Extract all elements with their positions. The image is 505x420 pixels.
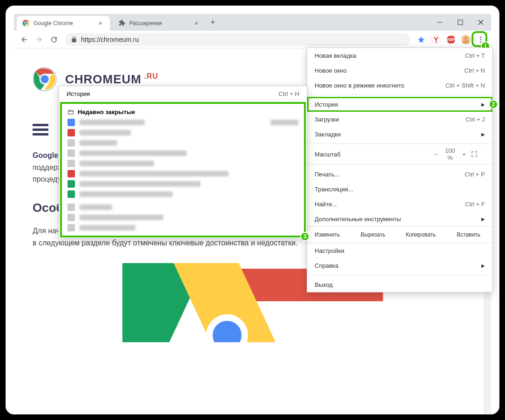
forward-button[interactable]: [33, 33, 46, 46]
zoom-in-button[interactable]: +: [457, 151, 471, 158]
extension-favicon-icon: [118, 20, 126, 27]
tab-close-icon[interactable]: ×: [193, 20, 200, 27]
svg-point-12: [464, 36, 467, 40]
zoom-out-button[interactable]: −: [429, 151, 443, 158]
menu-zoom-row: Масштаб − 100 % +: [307, 146, 492, 163]
menu-history[interactable]: История▶ 2: [307, 97, 492, 112]
site-title: CHROMEUM .RU: [65, 72, 158, 87]
main-menu-dropdown: Новая вкладкаCtrl + T Новое окноCtrl + N…: [307, 47, 493, 292]
menu-new-window[interactable]: Новое окноCtrl + N: [307, 63, 492, 78]
callout-badge-2: 2: [489, 100, 498, 109]
history-item[interactable]: [62, 117, 304, 128]
reload-button[interactable]: [47, 33, 61, 46]
recently-closed-box: Недавно закрытые 3: [60, 102, 306, 237]
history-item[interactable]: [62, 148, 304, 158]
svg-text:ABP: ABP: [447, 37, 455, 42]
tab-close-icon[interactable]: ×: [97, 20, 104, 27]
menu-paste[interactable]: Вставить: [444, 227, 492, 243]
callout-badge-3: 3: [300, 232, 310, 241]
history-item[interactable]: [62, 128, 304, 138]
history-item[interactable]: [62, 189, 304, 199]
window-close-button[interactable]: [471, 14, 491, 31]
chevron-right-icon: ▶: [481, 263, 485, 268]
address-bar[interactable]: https://chromeum.ru: [65, 33, 410, 46]
window-controls: [430, 14, 491, 31]
menu-edit-row: Изменить Вырезать Копировать Вставить: [307, 226, 492, 243]
svg-rect-19: [68, 110, 74, 114]
menu-find[interactable]: Найти...Ctrl + F: [307, 196, 492, 211]
menu-cast[interactable]: Трансляция...: [307, 182, 492, 196]
menu-print[interactable]: Печать...Ctrl + P: [307, 167, 492, 182]
tab-title: Google Chrome: [34, 20, 73, 27]
history-item[interactable]: [62, 158, 304, 169]
chrome-favicon-icon: [22, 20, 30, 27]
adblock-extension-icon[interactable]: ABP: [444, 33, 458, 46]
zoom-value: 100 %: [443, 147, 457, 161]
menu-help[interactable]: Справка▶: [307, 258, 492, 273]
menu-bookmarks[interactable]: Закладки▶: [307, 127, 492, 142]
history-item[interactable]: [62, 202, 304, 212]
chevron-right-icon: ▶: [481, 132, 485, 137]
url-text: https://chromeum.ru: [81, 36, 139, 43]
back-button[interactable]: [18, 33, 31, 46]
edit-label: Изменить: [307, 227, 349, 243]
fullscreen-icon[interactable]: [471, 151, 485, 157]
history-item[interactable]: [62, 212, 304, 223]
history-submenu-header[interactable]: История Ctrl + H: [59, 86, 307, 101]
lock-icon: [71, 36, 77, 43]
chevron-right-icon: ▶: [481, 102, 485, 107]
bookmark-star-icon[interactable]: [415, 33, 428, 46]
tab-strip: Google Chrome × Расширения × +: [14, 14, 491, 31]
chevron-right-icon: ▶: [481, 217, 485, 222]
recently-closed-header: Недавно закрытые: [62, 107, 304, 117]
tab-inactive[interactable]: Расширения ×: [113, 16, 206, 31]
window-maximize-button[interactable]: [450, 14, 471, 31]
tab-outline-icon: [67, 109, 74, 115]
tab-active[interactable]: Google Chrome ×: [17, 16, 110, 31]
history-submenu: История Ctrl + H Недавно закрытые 3: [59, 86, 307, 239]
menu-more-tools[interactable]: Дополнительные инструменты▶: [307, 211, 492, 226]
new-tab-button[interactable]: +: [206, 18, 220, 27]
site-logo-icon: [33, 67, 57, 91]
history-item[interactable]: [62, 179, 304, 189]
toolbar: https://chromeum.ru ABP 1: [14, 31, 491, 48]
menu-downloads[interactable]: ЗагрузкиCtrl + J: [307, 112, 492, 127]
window-minimize-button[interactable]: [430, 14, 450, 31]
menu-cut[interactable]: Вырезать: [349, 227, 397, 243]
menu-copy[interactable]: Копировать: [397, 227, 445, 243]
profile-avatar[interactable]: [459, 33, 472, 46]
yandex-extension-icon[interactable]: [430, 33, 443, 46]
history-item[interactable]: [62, 138, 304, 148]
menu-incognito[interactable]: Новое окно в режиме инкогнитоCtrl + Shif…: [307, 78, 492, 93]
menu-exit[interactable]: Выход: [307, 277, 492, 292]
svg-rect-4: [458, 20, 463, 25]
menu-new-tab[interactable]: Новая вкладкаCtrl + T: [307, 48, 492, 63]
tab-title: Расширения: [129, 20, 162, 27]
menu-settings[interactable]: Настройки: [307, 243, 492, 258]
history-item[interactable]: [62, 223, 304, 233]
history-item[interactable]: [62, 169, 304, 179]
